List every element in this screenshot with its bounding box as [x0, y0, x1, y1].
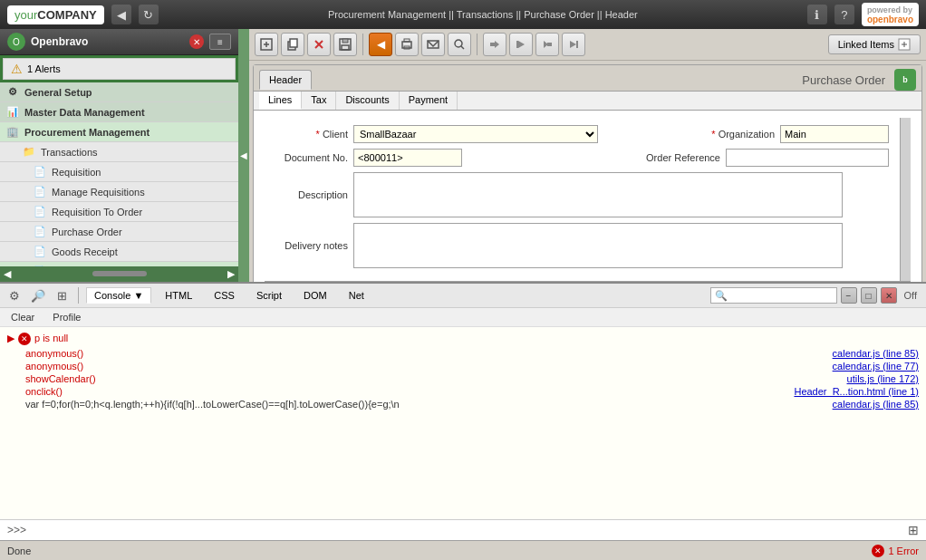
sidebar-item-manage-requisitions[interactable]: 📄 Manage Requisitions	[0, 182, 238, 202]
sidebar-item-requisition[interactable]: 📄 Requisition	[0, 162, 238, 182]
nav-last-button[interactable]	[562, 33, 585, 56]
sub-tab-tax[interactable]: Tax	[302, 92, 336, 110]
action-toolbar: ◀	[249, 29, 926, 61]
sub-tab-discounts[interactable]: Discounts	[336, 92, 399, 110]
devtools-close-btn[interactable]: ✕	[881, 287, 897, 304]
stack-row-1: anonymous() calendar.js (line 77)	[7, 360, 919, 372]
devtools-tab-console[interactable]: Console ▼	[86, 287, 151, 304]
description-input[interactable]	[353, 172, 843, 217]
help-button[interactable]: ?	[834, 5, 854, 24]
delivery-notes-input[interactable]	[353, 223, 843, 268]
stack-link-3[interactable]: Header_R...tion.html (line 1)	[794, 386, 919, 397]
form-fields: Client SmallBazaar Organization	[254, 111, 921, 282]
new-button[interactable]	[255, 33, 278, 56]
sub-tab-lines[interactable]: Lines	[259, 92, 302, 110]
organization-input[interactable]	[780, 125, 889, 143]
sub-tab-payment[interactable]: Payment	[400, 92, 458, 110]
sidebar-purchase-order-label: Purchase Order	[52, 227, 122, 237]
sidebar-prev-btn[interactable]: ◀	[4, 268, 11, 280]
description-row: Description	[275, 172, 889, 217]
sub-tabs: Lines Tax Discounts Payment	[254, 92, 921, 111]
devtools-settings-icon[interactable]: ⚙	[5, 286, 24, 304]
logo-your: your	[14, 8, 37, 22]
breadcrumb-title: Procurement Management || Transactions |…	[166, 9, 800, 20]
right-panel: ◀	[249, 29, 926, 282]
sidebar-item-master-data[interactable]: 📊 Master Data Management	[0, 102, 238, 122]
stack-link-1[interactable]: calendar.js (line 77)	[833, 361, 919, 372]
client-row: Client SmallBazaar Organization	[275, 125, 889, 143]
order-ref-input[interactable]	[726, 149, 889, 167]
refresh-button[interactable]: ↻	[139, 5, 159, 24]
sidebar-item-goods-receipt[interactable]: 📄 Goods Receipt	[0, 242, 238, 262]
sidebar-item-req-to-order[interactable]: 📄 Requisition To Order	[0, 202, 238, 222]
sidebar-item-purchase-invoice[interactable]: 📄 Purchase Invoice	[0, 262, 238, 266]
devtools-inspect-icon[interactable]: 🔎	[29, 286, 47, 304]
devtools-panel: ⚙ 🔎 ⊞ Console ▼ HTML CSS Script	[0, 282, 926, 540]
client-label: Client	[275, 129, 348, 140]
devtools-tab-script[interactable]: Script	[248, 287, 290, 304]
console-profile-btn[interactable]: Profile	[49, 311, 84, 323]
stack-link-0[interactable]: calendar.js (line 85)	[833, 348, 919, 359]
linked-items-button[interactable]: Linked Items	[828, 34, 921, 54]
form-scrollbar[interactable]	[900, 118, 911, 281]
sidebar-item-purchase-order[interactable]: 📄 Purchase Order	[0, 222, 238, 242]
description-label: Description	[275, 189, 348, 200]
sidebar-item-transactions[interactable]: 📁 Transactions	[0, 142, 238, 162]
devtools-tab-net[interactable]: Net	[341, 287, 372, 304]
console-clear-btn[interactable]: Clear	[7, 311, 38, 323]
error-icon: ✕	[18, 333, 31, 345]
devtools-layout-icon[interactable]: ⊞	[53, 286, 71, 304]
devtools-tab-dom[interactable]: DOM	[295, 287, 335, 304]
devtools-tab-css[interactable]: CSS	[206, 287, 243, 304]
topbar: yourCOMPANY ◀ ↻ Procurement Management |…	[0, 0, 926, 29]
info-button[interactable]: ℹ	[807, 5, 827, 24]
error-expand-icon[interactable]: ▶	[7, 333, 14, 344]
sidebar-menu-icon[interactable]: ≡	[209, 34, 231, 50]
console-input[interactable]	[32, 525, 902, 536]
sidebar-close-button[interactable]: ✕	[189, 34, 204, 49]
devtools-tab-html[interactable]: HTML	[157, 287, 200, 304]
nav-email-button[interactable]	[421, 33, 445, 56]
sidebar-master-data-label: Master Data Management	[24, 107, 145, 118]
sidebar-next-btn[interactable]: ▶	[227, 268, 235, 280]
tab-header[interactable]: Header	[259, 70, 312, 90]
nav-next-button[interactable]	[535, 33, 559, 56]
statusbar: Done ✕ 1 Error	[0, 540, 926, 560]
stack-text-1: anonymous()	[25, 361, 829, 372]
delete-button[interactable]	[307, 33, 331, 56]
client-select[interactable]: SmallBazaar	[353, 125, 598, 143]
devtools-actions-row: Clear Profile	[0, 308, 926, 327]
organization-field-group: Organization	[702, 125, 889, 143]
save-button[interactable]	[333, 33, 357, 56]
devtools-restore-btn[interactable]: □	[861, 287, 877, 304]
svg-rect-9	[342, 45, 349, 50]
error-text: p is null	[34, 333, 68, 343]
nav-first-button[interactable]	[509, 33, 533, 56]
devtools-minimize-btn[interactable]: −	[841, 287, 857, 304]
nav-prev-button[interactable]	[483, 33, 506, 56]
devtools-separator	[78, 287, 79, 304]
back-button[interactable]: ◀	[111, 5, 131, 24]
stack-link-4[interactable]: calendar.js (line 85)	[833, 399, 919, 410]
stack-row-4: var f=0;for(h=0;h<q.length;++h){if(!q[h]…	[7, 398, 919, 410]
stack-link-2[interactable]: utils.js (line 172)	[847, 373, 919, 384]
copy-button[interactable]	[281, 33, 304, 56]
nav-back-button[interactable]: ◀	[369, 33, 392, 56]
stack-text-4: var f=0;for(h=0;h<q.length;++h){if(!q[h]…	[25, 399, 829, 410]
document-no-input[interactable]	[353, 149, 462, 167]
sidebar-item-procurement[interactable]: 🏢 Procurement Management	[0, 122, 238, 142]
sidebar-app-name: Openbravo	[31, 35, 184, 48]
devtools-off-label[interactable]: Off	[901, 290, 921, 301]
devtools-search-input[interactable]	[710, 287, 837, 304]
console-area: ▶ ✕ p is null anonymous() calendar.js (l…	[0, 327, 926, 519]
sidebar-item-general-setup[interactable]: ⚙ General Setup	[0, 82, 238, 102]
console-expand-icon[interactable]: ⊞	[908, 523, 919, 537]
alerts-bar[interactable]: ⚠ 1 Alerts	[3, 58, 236, 80]
svg-rect-8	[342, 39, 348, 43]
toolbar-separator-2	[477, 34, 477, 55]
ob-small-logo: b	[894, 69, 916, 91]
nav-print-button[interactable]	[395, 33, 419, 56]
sidebar-collapse-button[interactable]: ◀	[238, 29, 249, 282]
nav-search-button[interactable]	[448, 33, 471, 56]
svg-line-15	[461, 46, 464, 49]
